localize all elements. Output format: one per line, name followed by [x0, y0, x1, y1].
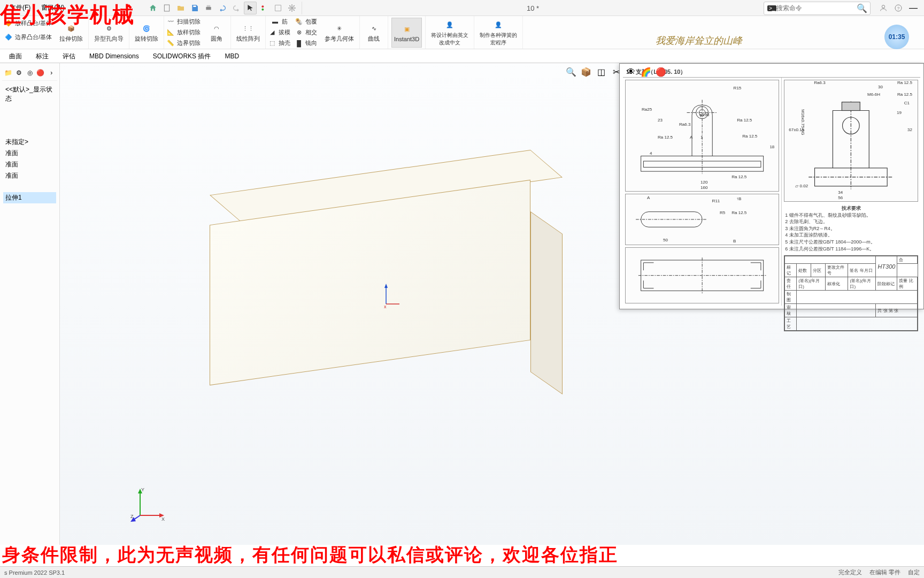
- home-button[interactable]: [147, 2, 159, 14]
- user-button[interactable]: [877, 2, 890, 14]
- loft-cut-button[interactable]: 📐放样切除: [164, 27, 203, 37]
- tree-extrude-1[interactable]: 拉伸1: [3, 192, 56, 203]
- zoom-fit-icon[interactable]: 🔍: [565, 65, 578, 78]
- section-icon[interactable]: ✂: [610, 65, 622, 78]
- svg-point-8: [882, 5, 884, 8]
- tab-surface[interactable]: 曲面: [2, 49, 29, 63]
- svg-text:Y: Y: [141, 487, 144, 492]
- appearance2-icon[interactable]: 🔴: [654, 65, 667, 78]
- fillet-button[interactable]: ◠圆角: [206, 18, 227, 48]
- command-tabs: 曲面 标注 评估 MBD Dimensions SOLIDWORKS 插件 MB…: [0, 49, 924, 63]
- undo-button[interactable]: [216, 2, 229, 14]
- model-side-face[interactable]: [530, 211, 563, 394]
- intersect-button[interactable]: ⊗相交: [292, 27, 319, 37]
- view-triad: Y X Z: [129, 486, 167, 523]
- quick-access-toolbar: 10 * >_ 🔍 ? —: [139, 0, 924, 16]
- new-button[interactable]: [160, 2, 173, 14]
- svg-rect-3: [207, 5, 211, 7]
- curve-button[interactable]: ∿曲线: [363, 18, 384, 48]
- select-button[interactable]: [244, 2, 257, 14]
- overlay-bottom-text: 身条件限制，此为无声视频，有任何问题可以私信或评论，欢迎各位指正: [0, 543, 924, 567]
- save-button[interactable]: [188, 2, 201, 14]
- svg-point-5: [261, 9, 264, 11]
- overlay-signature: 我爱海岸耸立的山峰: [656, 34, 742, 47]
- boundary-cut-button[interactable]: 📏边界切除: [164, 38, 203, 49]
- heads-up-toolbar: 🔍 📦 ◫ ✂ 👁 🌈 🔴: [565, 65, 667, 78]
- scene-icon[interactable]: 🌈: [640, 65, 652, 78]
- title-block: HT300合 标记处数分区更改文件号签名 年月日 责任(签名)(年月日)标准化(…: [784, 255, 918, 331]
- svg-text:?: ?: [897, 6, 900, 11]
- rib-button[interactable]: ▬筋: [266, 16, 292, 27]
- tab-evaluate[interactable]: 评估: [56, 49, 82, 63]
- linear-pattern-button[interactable]: ⋮⋮线性阵列: [234, 18, 262, 48]
- wrap-button[interactable]: 🌯包覆: [292, 16, 319, 27]
- svg-rect-39: [842, 102, 860, 111]
- origin-triad: x: [381, 283, 402, 309]
- refgeom-button[interactable]: ✳参考几何体: [322, 18, 356, 48]
- print-button[interactable]: [202, 2, 215, 14]
- feature-tree-panel: 📁 ⚙ ◎ 🔴 › <<默认>_显示状态 未指定> 准面 准面 准面 拉伸1: [0, 63, 60, 545]
- draft-button[interactable]: ◢拔模: [266, 27, 292, 37]
- status-bar: s Premium 2022 SP3.1 完全定义 在编辑 零件 自定: [0, 566, 924, 578]
- search-icon[interactable]: 🔍: [857, 3, 867, 13]
- document-title: 10 *: [304, 4, 761, 12]
- feature-tree: <<默认>_显示状态 未指定> 准面 准面 准面 拉伸1: [2, 81, 57, 207]
- svg-rect-2: [206, 7, 211, 10]
- overlay-title-text: 隹小孩学机械: [0, 0, 135, 29]
- svg-rect-0: [164, 5, 169, 11]
- version-label: s Premium 2022 SP3.1: [4, 569, 65, 576]
- options-button[interactable]: [272, 2, 284, 14]
- tab-solidworks-addins[interactable]: SOLIDWORKS 插件: [146, 49, 218, 63]
- drawing-title: 10. 支架（LJT05. 10）: [623, 67, 920, 78]
- status-editing: 在编辑 零件: [869, 568, 900, 576]
- status-custom: 自定: [908, 568, 920, 576]
- drawing-front-view: R15 Ra25 23 Ra6.3 φ198 Ra 12.5 Ra 12.5 A…: [625, 80, 779, 192]
- shell-button[interactable]: ⬚抽壳: [266, 38, 292, 49]
- tree-icon[interactable]: 📁: [4, 67, 12, 78]
- hide-show-icon[interactable]: 👁: [625, 65, 637, 78]
- view-orient-icon[interactable]: 📦: [580, 65, 592, 78]
- tab-mbd[interactable]: MBD: [218, 50, 246, 62]
- config-icon[interactable]: ⚙: [16, 67, 23, 78]
- tree-unspecified[interactable]: 未指定>: [3, 136, 56, 148]
- target-icon[interactable]: ◎: [26, 67, 34, 78]
- timer-badge: 01:35: [884, 25, 909, 49]
- tree-display-state[interactable]: <<默认>_显示状态: [3, 84, 56, 104]
- boundary-boss-button[interactable]: 🔷边界凸台/基体: [2, 30, 54, 44]
- revolve-cut-button[interactable]: 🌀旋转切除: [133, 18, 160, 48]
- technical-requirements: 技术要求 1 锻件不得有气孔、裂纹及砂眼等缺陷。 2 去除毛刺、飞边。 3 未注…: [784, 204, 918, 253]
- feature-tree-tabs: 📁 ⚙ ◎ 🔴 ›: [2, 65, 57, 81]
- redo-button[interactable]: [230, 2, 243, 14]
- svg-rect-6: [275, 5, 281, 11]
- translate-tree-button[interactable]: 👤将设计树由英文改成中文: [429, 18, 471, 48]
- tree-plane-2[interactable]: 准面: [3, 159, 56, 170]
- search-input[interactable]: [776, 4, 857, 12]
- settings-button[interactable]: [286, 2, 298, 14]
- terminal-icon: >_: [767, 5, 776, 11]
- open-button[interactable]: [174, 2, 187, 14]
- mirror-button[interactable]: ▐▌镜向: [292, 38, 319, 49]
- minimize-button[interactable]: —: [907, 2, 920, 14]
- svg-point-4: [261, 5, 264, 7]
- svg-text:x: x: [384, 304, 387, 309]
- tree-plane-1[interactable]: 准面: [3, 148, 56, 159]
- svg-text:Z: Z: [130, 514, 134, 519]
- drawing-section-a: A R11 ↑B R5 Ra 12.5 50 B: [625, 194, 779, 245]
- drawing-top-view: [625, 247, 779, 303]
- tab-annotate[interactable]: 标注: [29, 49, 56, 63]
- appearance-icon[interactable]: 🔴: [36, 67, 44, 78]
- help-button[interactable]: ?: [892, 2, 905, 14]
- spring-macro-button[interactable]: 👤制作各种弹簧的宏程序: [478, 18, 519, 48]
- tree-plane-3[interactable]: 准面: [3, 170, 56, 181]
- sweep-cut-button[interactable]: 〰扫描切除: [164, 16, 203, 27]
- more-icon[interactable]: ›: [48, 67, 55, 78]
- drawing-side-view: Ra6.3 30 Ra 12.5 M6-6H Ra 12.5 C1 M16x0.…: [784, 80, 918, 202]
- svg-rect-1: [193, 5, 196, 7]
- search-command-box[interactable]: >_ 🔍: [764, 2, 871, 15]
- tab-mbd-dimensions[interactable]: MBD Dimensions: [82, 50, 146, 62]
- rebuild-button[interactable]: [258, 2, 271, 14]
- instant3d-button[interactable]: ▣Instant3D: [391, 18, 422, 48]
- reference-drawing: 10. 支架（LJT05. 10） R15 Ra25 23 Ra6.3 φ198…: [619, 63, 924, 309]
- ribbon-bar: 🔶放样凸台/基体 🔷边界凸台/基体 📦拉伸切除 ⚙异型孔向导 🌀旋转切除 〰扫描…: [0, 16, 924, 49]
- display-style-icon[interactable]: ◫: [595, 65, 607, 78]
